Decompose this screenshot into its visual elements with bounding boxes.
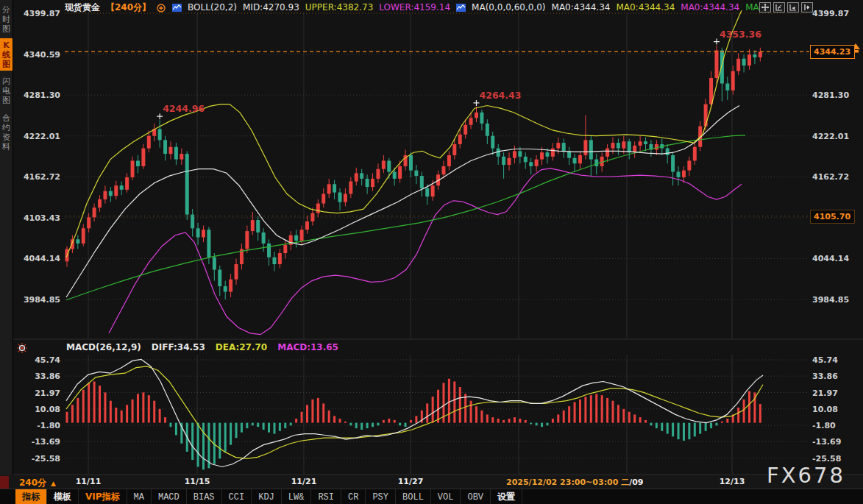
macd-tick-label: 10.08 bbox=[15, 405, 60, 414]
sidebar-tab-合约资料[interactable]: 合约资料 bbox=[0, 112, 13, 153]
price-tick-label: 4103.43 bbox=[15, 213, 60, 223]
toolbar-item-MACD[interactable]: MACD bbox=[152, 489, 187, 504]
sidebar-tab-分时图[interactable]: 分时图 bbox=[0, 4, 13, 34]
time-tick-label: 11/27 bbox=[398, 477, 424, 486]
ma0-yellow-value: MA0:4344.34 bbox=[616, 2, 675, 13]
toolbar-item-模板[interactable]: 模板 bbox=[47, 489, 79, 504]
boll-label: BOLL(20,2) bbox=[188, 2, 237, 13]
candle-series bbox=[65, 46, 762, 299]
price-tick-label: 3984.85 bbox=[15, 295, 60, 305]
boll-upper-value: UPPER:4382.73 bbox=[305, 2, 373, 13]
timeframe-arrow-icon: ▲ bbox=[51, 480, 56, 487]
price-tick-label: 4162.72 bbox=[15, 172, 60, 182]
time-tick-label: 11/11 bbox=[76, 477, 102, 486]
price-tick-label: 3984.85 bbox=[812, 295, 858, 305]
svg-text:4353.36: 4353.36 bbox=[720, 29, 761, 40]
macd-tick-label: -1.80 bbox=[15, 421, 60, 430]
price-tick-label: 4222.01 bbox=[812, 132, 858, 141]
goto-latest-icon[interactable] bbox=[801, 2, 813, 13]
macd-tick-label: 21.97 bbox=[812, 388, 858, 398]
sidebar-tab-K线图[interactable]: K线图 bbox=[0, 38, 13, 71]
boll-chart-icon[interactable] bbox=[172, 4, 182, 12]
ma0-white-value: MA0:4344.34 bbox=[552, 2, 611, 13]
ma-chart-icon[interactable] bbox=[456, 4, 466, 12]
toolbar-item-OBV[interactable]: OBV bbox=[461, 489, 491, 504]
macd-tick-label: 10.08 bbox=[812, 405, 858, 414]
toolbar-item-VIP指标[interactable]: VIP指标 bbox=[79, 489, 127, 504]
ma60-value: MA60:4 bbox=[745, 2, 760, 13]
ma0-magenta-value: MA0:4344.34 bbox=[681, 2, 739, 13]
toolbar-item-PSY[interactable]: PSY bbox=[366, 489, 396, 504]
macd-macd-value: MACD:13.65 bbox=[277, 342, 338, 352]
toolbar-item-BIAS[interactable]: BIAS bbox=[187, 489, 222, 504]
indicator-burst-icon[interactable] bbox=[16, 342, 28, 354]
add-indicator-icon[interactable] bbox=[157, 4, 166, 12]
alert-price-label: 4105.70 bbox=[810, 210, 855, 224]
zoom-in-axis-icon[interactable] bbox=[787, 2, 799, 13]
toolbar-item-LW&[interactable]: LW& bbox=[282, 489, 312, 504]
price-tick-label: 4044.14 bbox=[15, 254, 60, 263]
macd-legend: MACD(26,12,9) DIFF:34.53 DEA:27.70 MACD:… bbox=[66, 342, 338, 352]
macd-tick-label: 21.97 bbox=[15, 388, 60, 398]
time-axis: 240分▲ 2025/12/02 23:00~03:00 二/09 11/111… bbox=[0, 475, 863, 489]
macd-tick-label: 33.86 bbox=[812, 372, 858, 381]
app-root: 4244.964264.434353.36 分时图K线图闪电图合约资料 现货黄金… bbox=[0, 0, 863, 504]
macd-tick-label: -25.58 bbox=[15, 454, 60, 464]
price-tick-label: 4222.01 bbox=[15, 132, 60, 141]
toolbar-item-指标[interactable]: 指标 bbox=[15, 489, 47, 504]
price-tick-label: 4044.14 bbox=[812, 254, 858, 263]
toolbar-item-MA[interactable]: MA bbox=[127, 489, 152, 504]
toolbar-item-VOL[interactable]: VOL bbox=[431, 489, 461, 504]
macd-tick-label: -13.69 bbox=[812, 437, 858, 447]
svg-text:4264.43: 4264.43 bbox=[480, 90, 522, 101]
boll-mid-value: MID:4270.93 bbox=[243, 2, 299, 13]
zoom-out-axis-icon[interactable] bbox=[773, 2, 785, 13]
axis-corner-block bbox=[0, 476, 9, 489]
price-chart[interactable]: 4244.964264.434353.36 bbox=[0, 0, 863, 477]
macd-tick-label: 45.74 bbox=[812, 355, 858, 365]
toolbar-item-RSI[interactable]: RSI bbox=[311, 489, 341, 504]
price-tick-label: 4162.72 bbox=[812, 172, 858, 182]
toolbar-item-CCI[interactable]: CCI bbox=[222, 489, 252, 504]
macd-dea-value: DEA:27.70 bbox=[216, 342, 267, 352]
watermark-logo: FX678 bbox=[767, 463, 845, 488]
toolbar-item-CR[interactable]: CR bbox=[341, 489, 366, 504]
symbol-name: 现货黄金 bbox=[65, 1, 100, 13]
macd-tick-label: -25.58 bbox=[812, 454, 858, 464]
price-tick-label: 4399.87 bbox=[15, 9, 60, 18]
price-tick-label: 4281.30 bbox=[812, 90, 858, 100]
macd-tick-label: -1.80 bbox=[812, 421, 858, 430]
price-annotation: 4264.43 bbox=[474, 90, 522, 106]
toolbar-item-BOLL[interactable]: BOLL bbox=[396, 489, 431, 504]
crosshair-date-label: 2025/12/02 23:00~03:00 二/09 bbox=[506, 477, 644, 488]
pan-crosshair-icon[interactable] bbox=[759, 2, 771, 13]
sidebar: 分时图K线图闪电图合约资料 bbox=[0, 0, 13, 477]
macd-diff-value: DIFF:34.53 bbox=[152, 342, 205, 352]
current-price-label: 4344.23 bbox=[810, 45, 855, 59]
time-tick-label: 11/21 bbox=[291, 477, 317, 486]
period-label[interactable]: 【240分】 bbox=[106, 1, 151, 13]
svg-text:4244.96: 4244.96 bbox=[163, 103, 205, 114]
sidebar-tab-闪电图[interactable]: 闪电图 bbox=[0, 75, 13, 106]
chart-header: 现货黄金 【240分】 BOLL(20,2) MID:4270.93 UPPER… bbox=[65, 1, 760, 13]
macd-tick-label: 45.74 bbox=[15, 355, 60, 365]
price-tick-label: 4399.87 bbox=[812, 9, 858, 18]
boll-lower-value: LOWER:4159.14 bbox=[379, 2, 450, 13]
price-tick-label: 4340.59 bbox=[15, 50, 60, 60]
macd-histogram bbox=[66, 379, 761, 470]
macd-tick-label: -13.69 bbox=[15, 437, 60, 447]
toolbar-item-KDJ[interactable]: KDJ bbox=[252, 489, 282, 504]
chart-toolbar-icons bbox=[759, 2, 813, 13]
price-annotation: 4353.36 bbox=[714, 29, 761, 45]
toolbar-item-设置[interactable]: 设置 bbox=[491, 489, 522, 504]
timeframe-selector[interactable]: 240分▲ bbox=[19, 477, 56, 489]
macd-name: MACD(26,12,9) bbox=[66, 342, 141, 352]
indicator-toolbar: 指标模板VIP指标MAMACDBIASCCIKDJLW&RSICRPSYBOLL… bbox=[0, 489, 863, 504]
macd-tick-label: 33.86 bbox=[15, 372, 60, 381]
ma-label: MA(0,0,0,60,0,0) bbox=[472, 2, 545, 13]
time-tick-label: 12/13 bbox=[720, 477, 745, 486]
time-tick-label: 11/15 bbox=[185, 477, 210, 486]
price-tick-label: 4281.30 bbox=[15, 90, 60, 100]
